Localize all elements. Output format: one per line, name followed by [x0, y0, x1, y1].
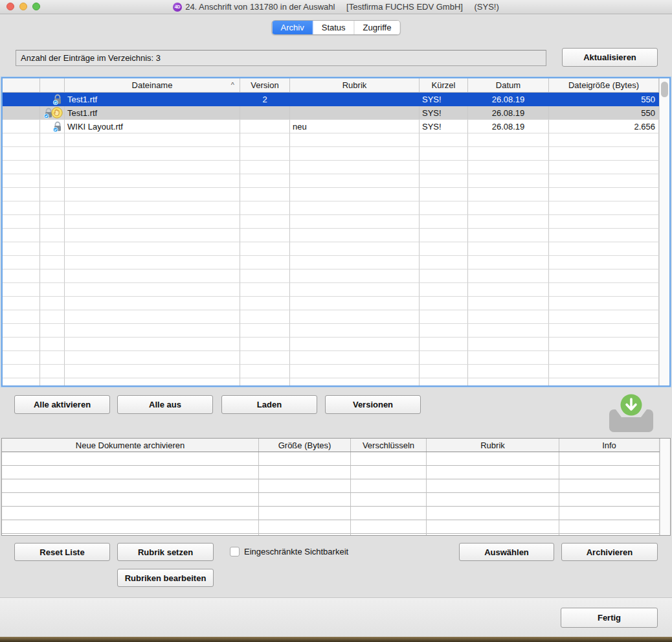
cell-dateigroesse: 2.656 [549, 120, 659, 133]
empty-row [2, 479, 660, 493]
zoom-button[interactable] [32, 3, 40, 10]
hand-stop-icon [51, 107, 63, 119]
header-groesse: Größe (Bytes) [259, 439, 351, 452]
header-empty-1 [3, 78, 40, 92]
titlebar: 4D 24. Anschrift von 131780 in der Auswa… [0, 0, 672, 14]
window-title-company: [Testfirma FUCHS EDV GmbH] [346, 2, 463, 12]
cell-kuerzel: SYS! [420, 106, 468, 120]
window-title: 24. Anschrift von 131780 in der Auswahl … [185, 2, 499, 12]
vertical-scrollbar-2[interactable] [660, 439, 670, 535]
rubriken-bearbeiten-button[interactable]: Rubriken bearbeiten [117, 569, 214, 587]
cell-rubrik [290, 93, 420, 106]
laden-button[interactable]: Laden [221, 395, 317, 414]
cell-rubrik [290, 106, 420, 120]
table-row[interactable]: Test1.rtf 2 SYS! 26.08.19 550 [3, 93, 659, 106]
archivieren-button[interactable]: Archivieren [561, 543, 658, 561]
empty-row [3, 283, 659, 297]
cell-dateiname: WIKI Layout.rtf [65, 120, 240, 133]
app-window: 4D 24. Anschrift von 131780 in der Auswa… [0, 0, 672, 642]
cell-version: 2 [240, 93, 290, 106]
cell-dateigroesse: 550 [549, 93, 659, 106]
empty-row [3, 256, 659, 269]
empty-row [3, 324, 659, 338]
cell-datum: 26.08.19 [468, 120, 549, 133]
sichtbarkeit-checkbox-label: Eingeschränkte Sichtbarkeit [244, 547, 348, 556]
empty-row [3, 378, 659, 385]
lock-check-icon [52, 94, 63, 105]
auswaehlen-button[interactable]: Auswählen [459, 543, 554, 561]
header-rubrik2: Rubrik [427, 439, 559, 452]
empty-row [3, 310, 659, 324]
tab-archiv[interactable]: Archiv [273, 21, 313, 34]
cell-version [240, 106, 290, 120]
empty-row [3, 133, 659, 147]
cell-dateiname: Test1.rtf [65, 106, 240, 120]
window-bottom-edge [0, 637, 672, 642]
entry-count-text: Anzahl der Einträge im Verzeichnis: 3 [21, 53, 161, 63]
tab-bar: Archiv Status Zugriffe [272, 20, 401, 35]
cell-rubrik: neu [290, 120, 420, 133]
empty-row [2, 520, 660, 534]
empty-row [3, 242, 659, 256]
reset-liste-button[interactable]: Reset Liste [14, 543, 110, 561]
sichtbarkeit-checkbox[interactable] [230, 547, 240, 556]
alle-aus-button[interactable]: Alle aus [117, 395, 213, 414]
table-row[interactable]: Test1.rtf SYS! 26.08.19 550 [3, 106, 659, 120]
header-datum[interactable]: Datum [468, 78, 549, 92]
window-title-main: 24. Anschrift von 131780 in der Auswahl [185, 2, 335, 12]
empty-row [2, 534, 660, 535]
close-button[interactable] [6, 3, 14, 10]
cell-dateigroesse: 550 [549, 106, 659, 120]
archive-download-icon [604, 392, 658, 437]
cell-kuerzel: SYS! [420, 93, 468, 106]
sort-ascending-icon: ^ [231, 81, 234, 89]
empty-row [3, 338, 659, 351]
empty-row [3, 161, 659, 174]
traffic-lights [6, 3, 40, 10]
header-rubrik[interactable]: Rubrik [290, 78, 420, 92]
versionen-button[interactable]: Versionen [325, 395, 421, 414]
tab-status[interactable]: Status [313, 21, 355, 34]
fertig-button[interactable]: Fertig [561, 608, 658, 628]
empty-row [3, 351, 659, 365]
empty-row [3, 297, 659, 310]
header-verschluesseln: Verschlüsseln [351, 439, 427, 452]
aktualisieren-button[interactable]: Aktualisieren [562, 48, 658, 67]
cell-dateiname: Test1.rtf [65, 93, 240, 106]
empty-row [3, 269, 659, 283]
cell-datum: 26.08.19 [468, 106, 549, 120]
new-documents-table: Neue Dokumente archivieren Größe (Bytes)… [1, 438, 671, 536]
empty-row [2, 507, 660, 520]
table-row[interactable]: WIKI Layout.rtf neu SYS! 26.08.19 2.656 [3, 120, 659, 133]
scrollbar-thumb[interactable] [661, 82, 668, 97]
vertical-scrollbar[interactable] [659, 78, 669, 385]
empty-row [2, 466, 660, 479]
empty-row [3, 147, 659, 161]
header-dateigroesse[interactable]: Dateigröße (Bytes) [549, 78, 659, 92]
empty-row [3, 174, 659, 188]
empty-row [2, 493, 660, 507]
header-info: Info [559, 439, 660, 452]
header-neue-dokumente: Neue Dokumente archivieren [2, 439, 259, 452]
header-dateiname[interactable]: Dateiname ^ [65, 78, 240, 92]
new-documents-header: Neue Dokumente archivieren Größe (Bytes)… [2, 439, 660, 452]
minimize-button[interactable] [19, 3, 27, 10]
header-version[interactable]: Version [240, 78, 290, 92]
tab-zugriffe[interactable]: Zugriffe [355, 21, 400, 34]
cell-kuerzel: SYS! [420, 120, 468, 133]
window-title-session: (SYS!) [475, 2, 499, 12]
header-kuerzel[interactable]: Kürzel [420, 78, 468, 92]
alle-aktivieren-button[interactable]: Alle aktivieren [14, 395, 110, 414]
rubrik-setzen-button[interactable]: Rubrik setzen [117, 543, 214, 561]
empty-row [2, 452, 660, 466]
cell-datum: 26.08.19 [468, 93, 549, 106]
sichtbarkeit-checkbox-row: Eingeschränkte Sichtbarkeit [230, 547, 348, 556]
lock-check-icon [52, 121, 63, 132]
app-icon: 4D [173, 3, 182, 12]
empty-row [3, 188, 659, 201]
empty-row [3, 201, 659, 215]
empty-row [3, 229, 659, 242]
archive-table-header: Dateiname ^ Version Rubrik Kürzel Datum … [3, 78, 659, 93]
cell-version [240, 120, 290, 133]
archive-table: Dateiname ^ Version Rubrik Kürzel Datum … [1, 77, 671, 387]
